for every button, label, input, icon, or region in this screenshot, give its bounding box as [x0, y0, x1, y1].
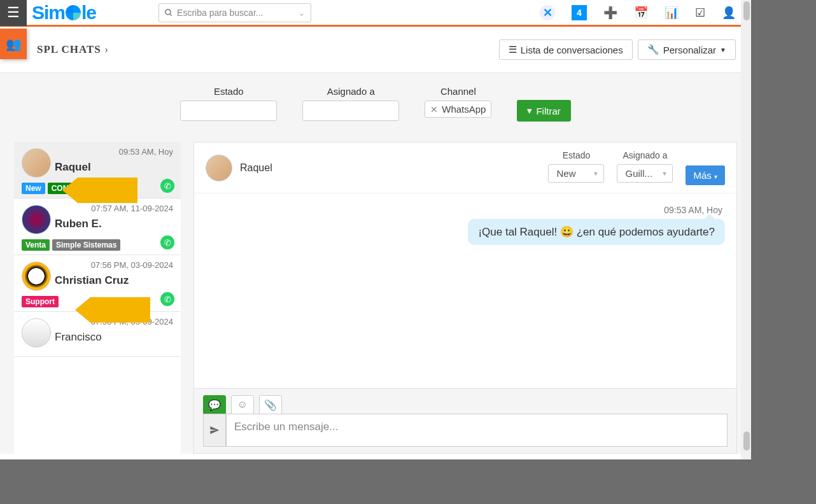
- conv-name: Francisco: [55, 331, 102, 344]
- chat-header: Raquel Estado New Asignado a Guill... Má…: [194, 143, 736, 193]
- search-placeholder: Escriba para buscar...: [177, 8, 263, 18]
- global-search-input[interactable]: Escriba para buscar... ⌄: [158, 3, 311, 22]
- status-badge: Venta: [22, 239, 50, 251]
- conversation-list-button[interactable]: ☰ Lista de conversaciones: [499, 39, 633, 60]
- chevron-down-icon: ▼: [720, 46, 726, 53]
- conv-name: Raquel: [55, 161, 91, 174]
- app-icon-four[interactable]: 4: [572, 5, 587, 20]
- customize-button[interactable]: 🔧 Personalizar ▼: [638, 39, 736, 60]
- callout-arrow: [78, 178, 137, 203]
- status-badge: New: [22, 183, 45, 194]
- chart-icon[interactable]: 📊: [665, 6, 679, 20]
- message-timestamp: 09:53 AM, Hoy: [206, 205, 725, 215]
- filter-channel: Channel ✕ WhatsApp: [425, 86, 491, 122]
- compose-tab-emoji-icon[interactable]: ☺: [231, 395, 254, 414]
- page-title: SPL CHATS: [37, 43, 101, 56]
- filter-asignado-input[interactable]: [302, 101, 399, 121]
- svg-point-0: [165, 9, 171, 14]
- user-icon[interactable]: 👤: [722, 6, 736, 20]
- app-icon-x[interactable]: ✕: [540, 5, 555, 20]
- conv-time: 07:57 AM, 11-09-2024: [91, 204, 173, 213]
- conv-name: Ruben E.: [55, 218, 102, 230]
- chat-messages[interactable]: 09:53 AM, Hoy ¡Que tal Raquel! 😀 ¿en qué…: [194, 193, 736, 388]
- checkbox-icon[interactable]: ☑: [695, 6, 705, 20]
- more-button[interactable]: Más ▾: [686, 165, 725, 185]
- chat-panel: Raquel Estado New Asignado a Guill... Má…: [193, 142, 737, 454]
- chat-estado-control: Estado New: [548, 150, 604, 183]
- svg-line-1: [170, 13, 172, 15]
- status-badge: Support: [22, 296, 59, 307]
- conv-time: 09:53 AM, Hoy: [119, 147, 173, 157]
- message-input[interactable]: Escribe un mensaje...: [226, 414, 728, 447]
- conversation-item[interactable]: 09:53 AM, HoyRaquelNewCON4✆: [14, 142, 181, 199]
- top-icon-bar: ✕ 4 ➕ 📅 📊 ☑ 👤: [540, 5, 751, 20]
- filter-button[interactable]: ▾ Filtrar: [517, 100, 570, 122]
- contact-avatar: [206, 155, 232, 181]
- filter-bar: Estado Asignado a Channel ✕ WhatsApp ▾ F…: [0, 73, 751, 139]
- filter-channel-tag[interactable]: ✕ WhatsApp: [425, 101, 491, 118]
- status-badge: Simple Sistemas: [52, 239, 120, 251]
- send-button[interactable]: [203, 414, 226, 447]
- list-icon: ☰: [509, 44, 517, 55]
- message-bubble: ¡Que tal Raquel! 😀 ¿en qué podemos ayuda…: [468, 219, 725, 245]
- logo[interactable]: Simle: [27, 2, 101, 24]
- whatsapp-icon: ✆: [160, 235, 174, 249]
- breadcrumb-chevron-icon[interactable]: ›: [105, 45, 108, 55]
- conv-avatar: [22, 148, 51, 178]
- chat-estado-select[interactable]: New: [548, 164, 604, 183]
- conv-avatar: [22, 318, 51, 347]
- compose-tab-chat-icon[interactable]: 💬: [203, 395, 226, 414]
- main-split: 09:53 AM, HoyRaquelNewCON4✆07:57 AM, 11-…: [0, 139, 751, 454]
- caret-down-icon: ▾: [714, 173, 717, 180]
- page-title-bar: SPL CHATS › ☰ Lista de conversaciones 🔧 …: [0, 27, 751, 73]
- conv-avatar: [22, 262, 51, 291]
- conv-badges: VentaSimple Sistemas: [22, 239, 173, 251]
- search-chevron-icon[interactable]: ⌄: [298, 8, 306, 18]
- message-composer: 💬 ☺ 📎 Escribe un mensaje...: [194, 388, 736, 453]
- contact-name: Raquel: [240, 162, 272, 174]
- conversation-item[interactable]: 07:57 AM, 11-09-2024Ruben E.VentaSimple …: [14, 199, 181, 255]
- callout-arrow: [90, 297, 150, 323]
- plus-icon[interactable]: ➕: [603, 6, 617, 20]
- left-rail-users-icon[interactable]: 👥: [0, 29, 27, 59]
- conv-avatar: [22, 205, 51, 234]
- whatsapp-icon: ✆: [160, 179, 174, 193]
- chat-asignado-control: Asignado a Guill...: [617, 150, 673, 183]
- menu-hamburger-icon[interactable]: ☰: [0, 0, 27, 26]
- whatsapp-icon: ✆: [160, 292, 174, 306]
- filter-estado: Estado: [180, 86, 277, 122]
- compose-tab-attach-icon[interactable]: 📎: [259, 395, 282, 414]
- wrench-icon: 🔧: [647, 44, 659, 55]
- funnel-icon: ▾: [527, 105, 532, 116]
- conv-name: Christian Cruz: [55, 274, 129, 287]
- top-bar: ☰ Simle Escriba para buscar... ⌄ ✕ 4 ➕ 📅…: [0, 0, 751, 27]
- filter-asignado: Asignado a: [302, 86, 399, 122]
- conversation-item[interactable]: 07:56 PM, 03-09-2024Christian CruzSuppor…: [14, 255, 181, 312]
- outer-scrollbar[interactable]: [741, 0, 751, 459]
- chat-asignado-select[interactable]: Guill...: [617, 164, 673, 183]
- calendar-icon[interactable]: 📅: [634, 6, 648, 20]
- conversation-list[interactable]: 09:53 AM, HoyRaquelNewCON4✆07:57 AM, 11-…: [14, 142, 181, 454]
- remove-tag-icon[interactable]: ✕: [430, 104, 438, 115]
- filter-estado-input[interactable]: [180, 101, 277, 121]
- conv-time: 07:56 PM, 03-09-2024: [91, 260, 173, 270]
